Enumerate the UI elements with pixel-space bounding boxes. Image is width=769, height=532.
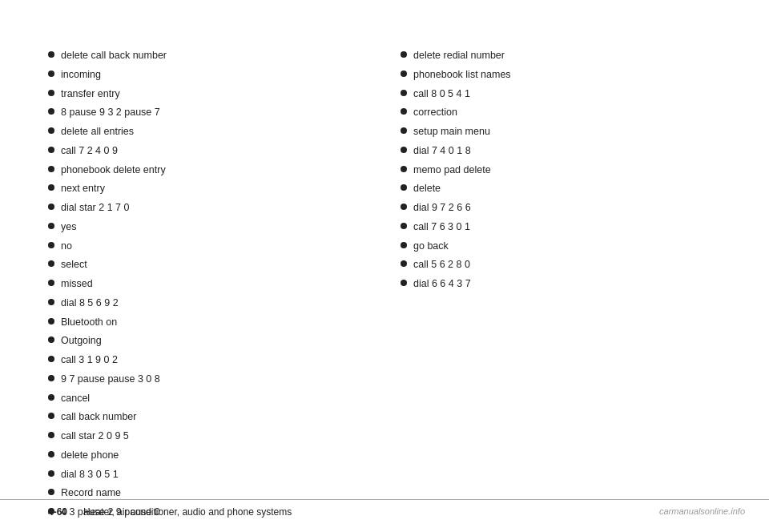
list-item: 9 7 pause pause 3 0 8 [48, 372, 368, 387]
list-item: correction [401, 105, 721, 120]
list-item: go back [401, 239, 721, 254]
list-item-text: 8 pause 9 3 2 pause 7 [61, 105, 160, 120]
right-column: delete redial numberphonebook list names… [401, 48, 721, 524]
list-item: delete [401, 181, 721, 196]
list-item-text: memo pad delete [413, 163, 491, 178]
bullet-icon [48, 90, 54, 96]
list-item-text: delete phone [61, 448, 119, 463]
bullet-icon [48, 242, 54, 248]
left-column: delete call back numberincomingtransfer … [48, 48, 368, 524]
list-item-text: phonebook list names [413, 67, 511, 83]
bullet-icon [401, 127, 407, 134]
list-item-text: call back number [61, 409, 137, 425]
list-item-text: delete all entries [61, 124, 134, 139]
bullet-icon [401, 108, 407, 115]
list-item: dial 8 3 0 5 1 [48, 467, 368, 482]
list-item: memo pad delete [401, 163, 721, 178]
list-item-text: correction [413, 105, 457, 120]
list-item: Bluetooth on [48, 315, 368, 330]
list-item-text: cancel [61, 391, 90, 406]
list-item-text: dial 8 5 6 9 2 [61, 296, 119, 311]
list-item: 8 pause 9 3 2 pause 7 [48, 105, 368, 120]
list-item-text: call 3 1 9 0 2 [61, 353, 118, 368]
list-item: call 5 6 2 8 0 [401, 257, 721, 272]
list-item: Outgoing [48, 333, 368, 349]
list-item-text: call 7 2 4 0 9 [61, 143, 118, 159]
list-item-text: call 8 0 5 4 1 [413, 87, 470, 102]
bullet-icon [48, 432, 54, 438]
list-item: cancel [48, 391, 368, 406]
bullet-icon [48, 451, 54, 457]
left-bullet-list: delete call back numberincomingtransfer … [48, 48, 368, 520]
list-item: next entry [48, 181, 368, 196]
list-item: call star 2 0 9 5 [48, 429, 368, 444]
list-item-text: select [61, 257, 87, 272]
bullet-icon [401, 260, 407, 267]
list-item: yes [48, 220, 368, 235]
content-area: delete call back numberincomingtransfer … [48, 48, 721, 524]
bullet-icon [48, 71, 54, 77]
list-item-text: missed [61, 276, 93, 292]
list-item: call 7 2 4 0 9 [48, 143, 368, 159]
bullet-icon [401, 223, 407, 229]
list-item-text: no [61, 239, 72, 254]
bullet-icon [401, 51, 407, 58]
list-item-text: dial 7 4 0 1 8 [413, 143, 471, 159]
list-item: transfer entry [48, 87, 368, 102]
list-item: setup main menu [401, 124, 721, 139]
list-item: missed [48, 276, 368, 292]
bullet-icon [48, 108, 54, 115]
list-item-text: 9 7 pause pause 3 0 8 [61, 372, 160, 387]
list-item: select [48, 257, 368, 272]
bullet-icon [48, 147, 54, 153]
bullet-icon [48, 470, 54, 477]
list-item-text: dial 9 7 2 6 6 [413, 200, 471, 216]
list-item-text: phonebook delete entry [61, 163, 166, 178]
right-bullet-list: delete redial numberphonebook list names… [401, 48, 721, 292]
page-container: delete call back numberincomingtransfer … [0, 0, 769, 532]
list-item-text: call 5 6 2 8 0 [413, 257, 470, 272]
list-item-text: delete call back number [61, 48, 167, 63]
bullet-icon [401, 242, 407, 248]
list-item-text: dial 8 3 0 5 1 [61, 467, 119, 482]
list-item: phonebook list names [401, 67, 721, 83]
list-item: dial 6 6 4 3 7 [401, 276, 721, 292]
list-item: no [48, 239, 368, 254]
watermark: carmanualsonline.info [659, 506, 745, 516]
bullet-icon [48, 489, 54, 495]
list-item: delete phone [48, 448, 368, 463]
bullet-icon [48, 375, 54, 381]
footer-page-number: 4-60 [48, 506, 67, 518]
list-item-text: transfer entry [61, 87, 120, 102]
bullet-icon [401, 71, 407, 77]
list-item-text: delete redial number [413, 48, 505, 63]
list-item: phonebook delete entry [48, 163, 368, 178]
list-item: call back number [48, 409, 368, 425]
list-item-text: call 7 6 3 0 1 [413, 220, 470, 235]
list-item-text: dial star 2 1 7 0 [61, 200, 129, 216]
list-item: delete redial number [401, 48, 721, 63]
list-item: delete all entries [48, 124, 368, 139]
list-item: incoming [48, 67, 368, 83]
list-item-text: dial 6 6 4 3 7 [413, 276, 471, 292]
bullet-icon [48, 260, 54, 267]
bullet-icon [48, 356, 54, 362]
bullet-icon [401, 204, 407, 210]
bullet-icon [48, 413, 54, 419]
list-item-text: setup main menu [413, 124, 490, 139]
list-item: dial star 2 1 7 0 [48, 200, 368, 216]
bullet-icon [48, 166, 54, 172]
bullet-icon [401, 147, 407, 153]
list-item: dial 8 5 6 9 2 [48, 296, 368, 311]
list-item-text: Bluetooth on [61, 315, 117, 330]
list-item-text: call star 2 0 9 5 [61, 429, 129, 444]
list-item: call 8 0 5 4 1 [401, 87, 721, 102]
list-item: call 7 6 3 0 1 [401, 220, 721, 235]
list-item-text: next entry [61, 181, 105, 196]
bullet-icon [48, 299, 54, 305]
list-item: dial 9 7 2 6 6 [401, 200, 721, 216]
bullet-icon [48, 337, 54, 343]
list-item-text: incoming [61, 67, 101, 83]
bullet-icon [48, 184, 54, 191]
bullet-icon [48, 223, 54, 229]
